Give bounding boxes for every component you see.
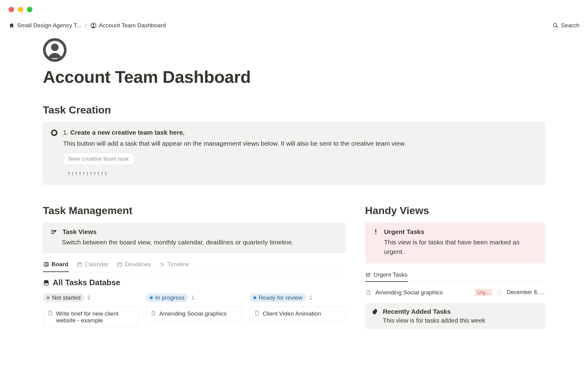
- urgent-task-title: Amending Social graphics: [375, 289, 470, 296]
- calendar-icon: [77, 262, 82, 267]
- status-pill-ready-for-review[interactable]: Ready for review: [250, 293, 306, 302]
- topbar: Small Design Agency T... / Account Team …: [0, 18, 588, 32]
- breadcrumb: Small Design Agency T... / Account Team …: [9, 22, 166, 29]
- tab-deadlines[interactable]: Deadlines: [116, 259, 152, 272]
- handy-views-heading: Handy Views: [365, 205, 545, 217]
- recent-title: Recently Added Tasks: [383, 308, 451, 315]
- breadcrumb-home[interactable]: Small Design Agency T...: [9, 22, 81, 29]
- board-icon: [43, 262, 49, 267]
- tab-board[interactable]: Board: [43, 259, 69, 272]
- svg-rect-20: [375, 229, 376, 232]
- database-title-label: All Tasks Databse: [53, 278, 120, 287]
- window-close-icon[interactable]: [9, 7, 14, 12]
- bullet-ring-icon: [51, 129, 58, 136]
- status-pill-label: Not started: [52, 294, 81, 301]
- page-icon[interactable]: [43, 38, 545, 62]
- page-title: Account Team Dashboard: [43, 67, 545, 87]
- tab-timeline-label: Timeline: [168, 261, 189, 268]
- board-card-title: Amending Social graphics: [159, 310, 227, 317]
- doc-icon: [47, 310, 53, 316]
- svg-rect-10: [77, 263, 82, 266]
- arrows-hint: ↑↑↑↑↑↑↑↑↑↑↑: [67, 170, 537, 177]
- status-dot-icon: [150, 296, 153, 299]
- task-creation-callout-body: This button will add a task that will ap…: [63, 139, 537, 148]
- window-maximize-icon[interactable]: [27, 7, 32, 12]
- assignee-avatar: I: [496, 289, 503, 296]
- new-creative-team-task-button[interactable]: New creative team task: [63, 153, 134, 165]
- svg-point-26: [366, 274, 367, 275]
- board-col-not-started: Not started 2 Write brief for new client…: [43, 293, 139, 328]
- doc-icon: [254, 310, 260, 316]
- board-count: 1: [191, 294, 194, 301]
- tab-urgent-tasks[interactable]: Urgent Tasks: [365, 269, 408, 282]
- svg-point-6: [52, 130, 57, 136]
- breadcrumb-home-label: Small Design Agency T...: [17, 22, 81, 29]
- tab-timeline[interactable]: Timeline: [159, 259, 190, 272]
- window-controls: [0, 0, 588, 18]
- status-pill-label: Ready for review: [259, 294, 303, 301]
- board-columns: Not started 2 Write brief for new client…: [43, 293, 345, 328]
- alert-icon: [372, 228, 379, 235]
- svg-point-25: [366, 273, 367, 274]
- person-circle-icon: [90, 22, 96, 29]
- board-card-title: Client Video Animation: [263, 310, 321, 317]
- status-pill-label: In progress: [155, 294, 184, 301]
- svg-point-21: [375, 233, 376, 234]
- svg-line-3: [556, 26, 558, 28]
- task-management-section: Task Management Task Views Switch betwee…: [43, 205, 345, 329]
- database-title[interactable]: All Tasks Databse: [43, 278, 345, 287]
- svg-rect-14: [118, 263, 122, 266]
- urgent-callout-body: This view is for tasks that have been ma…: [384, 237, 538, 257]
- task-views-body: Switch between the board view, monthly c…: [62, 237, 338, 247]
- list-icon: [366, 272, 371, 278]
- svg-point-2: [553, 23, 557, 27]
- task-creation-callout: 1. Create a new creative team task here.…: [43, 122, 545, 185]
- recent-body: This view is for tasks added this week: [383, 317, 539, 324]
- tab-calendar[interactable]: Calendar: [76, 259, 109, 272]
- doc-icon: [366, 290, 371, 295]
- urgent-task-row[interactable]: Amending Social graphics Urg... I Decemb…: [365, 286, 545, 299]
- svg-point-1: [92, 24, 94, 25]
- doc-icon: [151, 310, 156, 316]
- status-pill-not-started[interactable]: Not started: [43, 293, 84, 302]
- status-dot-icon: [253, 296, 256, 299]
- task-views-title: Task Views: [62, 228, 96, 236]
- board-col-in-progress: In progress 1 Amending Social graphics: [146, 293, 242, 328]
- board-card[interactable]: Write brief for new client website - exa…: [43, 306, 139, 328]
- board-card[interactable]: Client Video Animation: [250, 306, 345, 321]
- two-column-layout: Task Management Task Views Switch betwee…: [43, 205, 545, 329]
- window-minimize-icon[interactable]: [18, 7, 23, 12]
- svg-rect-7: [44, 263, 48, 266]
- tab-deadlines-label: Deadlines: [125, 261, 151, 268]
- task-views-callout: Task Views Switch between the board view…: [43, 223, 345, 253]
- breadcrumb-separator: /: [85, 22, 87, 29]
- board-card[interactable]: Amending Social graphics: [146, 306, 242, 321]
- svg-point-27: [366, 276, 367, 276]
- search-button[interactable]: Search: [552, 22, 579, 29]
- tab-urgent-label: Urgent Tasks: [374, 271, 408, 278]
- board-count: 2: [87, 294, 91, 301]
- urgent-badge: Urg...: [474, 289, 492, 296]
- seal-icon: [371, 308, 379, 315]
- task-creation-heading: Task Creation: [43, 104, 545, 116]
- breadcrumb-current-label: Account Team Dashboard: [99, 22, 166, 29]
- handy-tabs: Urgent Tasks: [365, 269, 545, 282]
- board-card-title: Write brief for new client website - exa…: [56, 310, 134, 324]
- timeline-icon: [160, 262, 165, 267]
- home-icon: [9, 22, 15, 29]
- status-dot-icon: [47, 296, 50, 299]
- status-pill-in-progress[interactable]: In progress: [146, 293, 188, 302]
- breadcrumb-current[interactable]: Account Team Dashboard: [90, 22, 166, 29]
- tab-board-label: Board: [51, 261, 68, 268]
- deadlines-icon: [117, 262, 123, 267]
- tab-calendar-label: Calendar: [85, 261, 108, 268]
- search-label: Search: [561, 22, 579, 29]
- page-content: Account Team Dashboard Task Creation 1. …: [0, 32, 588, 329]
- board-count: 1: [309, 294, 312, 301]
- edit-list-icon: [50, 228, 58, 236]
- urgent-callout-title: Urgent Tasks: [384, 228, 424, 236]
- task-management-heading: Task Management: [43, 205, 345, 217]
- urgent-task-date: December 8, ...: [507, 289, 545, 296]
- search-icon: [552, 22, 559, 29]
- view-tabs: Board Calendar Deadlines: [43, 259, 345, 272]
